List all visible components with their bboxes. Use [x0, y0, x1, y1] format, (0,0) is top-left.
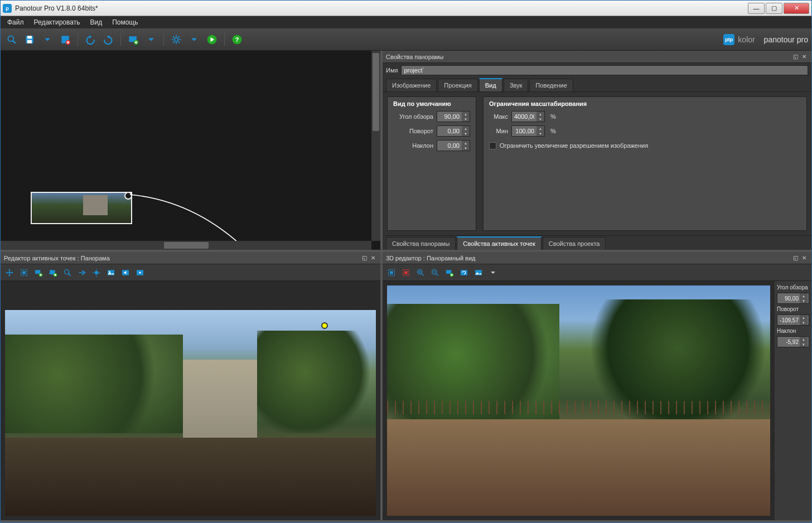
panorama-name-input[interactable] [401, 65, 808, 75]
select3d-tool-icon[interactable] [385, 266, 398, 279]
max-spinner[interactable]: ▲▼ [511, 111, 545, 122]
titlebar: p Panotour Pro V1.8.0 64bits* — ▢ ✕ [1, 1, 811, 16]
tab-view[interactable]: Вид [479, 78, 502, 91]
image3d-dropdown-icon[interactable] [486, 266, 500, 279]
restrict-checkbox[interactable] [489, 142, 496, 149]
delete-button[interactable] [57, 32, 73, 47]
tab-behavior[interactable]: Поведение [529, 79, 573, 91]
save-dropdown-button[interactable] [40, 32, 55, 47]
max-label: Макс [489, 113, 508, 120]
sound-tool-icon[interactable] [119, 266, 132, 279]
pan3d-spinner[interactable]: ▲▼ [777, 314, 809, 326]
menubar: Файл Редактировать Вид Помощь [1, 16, 811, 28]
hotspot-panel-undock[interactable]: ◱ [360, 254, 368, 262]
tab-sound[interactable]: Звук [504, 79, 529, 91]
minimize-button[interactable]: — [748, 3, 765, 14]
picture-tool-icon[interactable] [104, 266, 118, 279]
hotspot-toolbar [1, 264, 380, 281]
build-button[interactable] [204, 32, 220, 47]
vertical-scrollbar[interactable] [371, 51, 380, 241]
tilt3d-label: Наклон [777, 328, 809, 334]
tour-graph-canvas[interactable] [1, 51, 380, 250]
editor-3d-title: 3D редактор : Панорамный вид [386, 255, 476, 262]
properties-panel-title: Свойства панорамы [386, 54, 443, 60]
hotspot-panel-close[interactable]: ✕ [369, 254, 377, 262]
svg-rect-13 [22, 271, 25, 274]
undo-button[interactable] [83, 32, 98, 47]
svg-rect-24 [390, 271, 393, 274]
editor-3d-controls: Угол обзора ▲▼ Поворот ▲▼ Наклон ▲▼ [775, 281, 811, 520]
bottom-tab-pano[interactable]: Свойства панорамы [386, 237, 456, 250]
menu-help[interactable]: Помощь [108, 17, 142, 27]
fov3d-spinner[interactable]: ▲▼ [777, 293, 809, 304]
window-title: Panotour Pro V1.8.0 64bits* [15, 4, 748, 12]
add-image-dropdown[interactable] [143, 32, 159, 47]
zoom3d-out-icon[interactable] [428, 266, 442, 279]
bottom-tab-hotspots[interactable]: Свойства активных точек [457, 236, 541, 250]
property-tabs: Изображение Проекция Вид Звук Поведение [383, 78, 811, 92]
splitter-bottom[interactable] [1, 520, 811, 522]
min-label: Мин [489, 128, 508, 134]
name-label: Имя [386, 67, 398, 74]
add-point-hotspot-icon[interactable] [32, 266, 45, 279]
pan3d-label: Поворот [777, 306, 809, 312]
maximize-button[interactable]: ▢ [766, 3, 782, 14]
menu-edit[interactable]: Редактировать [30, 17, 85, 27]
zoom3d-in-icon[interactable] [414, 266, 427, 279]
move-tool-icon[interactable] [3, 266, 16, 279]
lens-flare-icon[interactable] [90, 266, 103, 279]
properties-bottom-tabs: Свойства панорамы Свойства активных точе… [383, 235, 811, 250]
add-polygon-hotspot-icon[interactable] [46, 266, 60, 279]
panel-undock-button[interactable]: ◱ [791, 53, 799, 61]
tab-projection[interactable]: Проекция [438, 79, 477, 91]
zoom-tool-icon[interactable] [61, 266, 74, 279]
brand-icon: ptp [723, 34, 734, 45]
menu-view[interactable]: Вид [85, 17, 107, 27]
properties-panel: Свойства панорамы ◱ ✕ Имя Изображение Пр… [383, 51, 811, 250]
tab-image[interactable]: Изображение [386, 79, 437, 91]
fov-label: Угол обзора [393, 113, 433, 120]
svg-point-8 [175, 37, 178, 41]
panorama-thumbnail-1[interactable] [31, 192, 132, 224]
video-tool-icon[interactable] [133, 266, 147, 279]
help-button[interactable]: ? [229, 32, 245, 47]
pan-spinner[interactable]: ▲▼ [437, 125, 470, 137]
select-tool-icon[interactable] [17, 266, 31, 279]
image3d-refresh-icon[interactable] [457, 266, 471, 279]
min-spinner[interactable]: ▲▼ [511, 125, 545, 137]
tilt3d-spinner[interactable]: ▲▼ [777, 336, 809, 347]
editor-3d-view[interactable] [387, 285, 770, 516]
restrict-label: Ограничить увеличение разрешением изобра… [500, 142, 648, 149]
link-tool-icon[interactable] [75, 266, 89, 279]
tilt-label: Наклон [393, 142, 433, 149]
settings-button[interactable] [168, 32, 184, 47]
app-icon: p [3, 4, 12, 13]
editor3d-panel-close[interactable]: ✕ [800, 254, 808, 262]
tilt-spinner[interactable]: ▲▼ [437, 140, 470, 151]
menu-file[interactable]: Файл [3, 17, 28, 27]
save-button[interactable] [22, 32, 37, 47]
redo-button[interactable] [100, 32, 116, 47]
zoom-limits-group: Ограничения масштабирования Макс▲▼% Мин▲… [483, 96, 807, 231]
panel-close-button[interactable]: ✕ [800, 53, 808, 61]
svg-point-20 [109, 271, 110, 273]
svg-rect-14 [35, 270, 40, 274]
settings-dropdown[interactable] [186, 32, 202, 47]
image3d-add-icon[interactable] [443, 266, 456, 279]
fov3d-label: Угол обзора [777, 284, 809, 290]
add-image-button[interactable] [125, 32, 141, 47]
image3d-tool-icon[interactable] [472, 266, 485, 279]
new-project-button[interactable] [4, 32, 20, 47]
default-view-title: Вид по умолчанию [393, 100, 470, 107]
svg-rect-29 [446, 270, 451, 274]
editor3d-panel-undock[interactable]: ◱ [791, 254, 799, 262]
select3d-red-tool-icon[interactable] [399, 266, 413, 279]
fov-spinner[interactable]: ▲▼ [437, 111, 470, 122]
hotspot-panorama-view[interactable] [5, 310, 376, 516]
horizontal-scrollbar[interactable] [1, 241, 371, 250]
editor-3d-panel: 3D редактор : Панорамный вид ◱ ✕ [383, 252, 811, 520]
bottom-tab-project[interactable]: Свойства проекта [543, 237, 606, 250]
hotspot-editor-title: Редактор активных точек : Панорама [4, 255, 110, 262]
hotspot-marker[interactable] [321, 322, 328, 329]
close-button[interactable]: ✕ [784, 3, 809, 14]
